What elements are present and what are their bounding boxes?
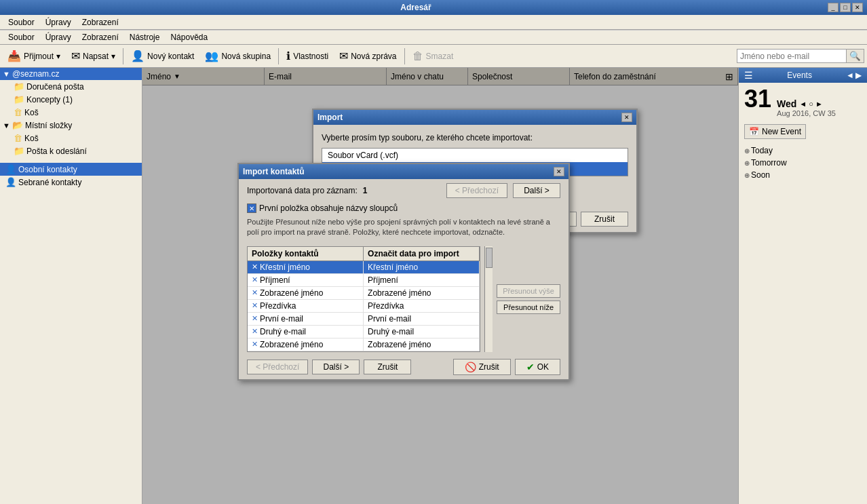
- inner-cancel-button[interactable]: Zrušit: [364, 360, 411, 374]
- date-weekday: Wed: [777, 98, 796, 109]
- smazat-icon: 🗑: [412, 50, 423, 62]
- mapping-cell-right-6: Zobrazené jméno: [364, 338, 480, 351]
- check-icon-5: ✕: [252, 327, 258, 336]
- prijmout-button[interactable]: 📥 Přijmout ▾: [3, 47, 65, 66]
- import-contacts-close[interactable]: ✕: [554, 167, 564, 176]
- menu2-upravy[interactable]: Úpravy: [40, 31, 77, 43]
- sidebar-item-koncepty[interactable]: 📁 Koncepty (1): [0, 93, 142, 106]
- move-buttons: Přesunout výše Přesunout níže: [497, 246, 560, 352]
- vlastnosti-button[interactable]: ℹ Vlastnosti: [282, 47, 333, 66]
- outbox-icon: 📁: [14, 146, 24, 156]
- sidebar-item-postak[interactable]: 📁 Pošta k odeslání: [0, 144, 142, 157]
- account-item[interactable]: ▼ @seznam.cz: [0, 68, 142, 80]
- import-cancel-button[interactable]: Zrušit: [581, 212, 628, 227]
- check-icon-3: ✕: [252, 301, 258, 310]
- date-nav-inline[interactable]: ◄ ○ ►: [799, 100, 823, 108]
- mapping-row-5[interactable]: ✕ Druhý e-mail Druhý e-mail: [248, 326, 480, 338]
- nova-skupina-icon: 👥: [205, 50, 218, 62]
- mapping-cell-left-1: ✕ Příjmení: [248, 274, 364, 286]
- mapping-row-1[interactable]: ✕ Příjmení Příjmení: [248, 274, 480, 287]
- nova-zprava-button[interactable]: ✉ Nová zpráva: [334, 47, 401, 66]
- title-bar-controls: _ □ ✕: [828, 3, 863, 12]
- prev-record-button[interactable]: < Předchozí: [446, 183, 507, 198]
- close-button[interactable]: ✕: [852, 3, 863, 12]
- mapping-row-2[interactable]: ✕ Zobrazené jméno Zobrazené jméno: [248, 287, 480, 300]
- maximize-button[interactable]: □: [840, 3, 851, 12]
- mapping-row-4[interactable]: ✕ První e-mail První e-mail: [248, 313, 480, 326]
- mapping-cell-left-2: ✕ Zobrazené jméno: [248, 287, 364, 299]
- menu-upravy[interactable]: Úpravy: [40, 16, 77, 28]
- folder-icon-2: 📁: [14, 94, 24, 104]
- checkbox-row[interactable]: ✕ První položka obsahuje názvy sloupců: [239, 202, 569, 214]
- folder-icon: 📁: [14, 81, 24, 92]
- smazat-button[interactable]: 🗑 Smazat: [408, 47, 459, 66]
- napsat-icon: ✉: [71, 50, 80, 62]
- checkbox-icon[interactable]: ✕: [247, 203, 256, 213]
- scroll-thumb[interactable]: [486, 248, 493, 268]
- import-contacts-dialog: Import kontaktů ✕ Importovaná data pro z…: [237, 163, 570, 381]
- soon-section[interactable]: ⊕ Soon: [744, 169, 862, 181]
- menu2-nastroje[interactable]: Nástroje: [124, 31, 166, 43]
- search-input[interactable]: [737, 50, 846, 62]
- date-display: 31 Wed ◄ ○ ► Aug 2016, CW 35: [739, 83, 867, 121]
- novy-kontakt-button[interactable]: 👤 Nový kontakt: [126, 47, 199, 66]
- cal-next-button[interactable]: ▶: [855, 71, 862, 80]
- description-text: Použijte Přesunout níže nebo výše pro sp…: [239, 214, 569, 244]
- new-event-button[interactable]: 📅 New Event: [744, 124, 806, 139]
- sidebar-item-dorucena[interactable]: 📁 Doručená pošta: [0, 80, 142, 93]
- mapping-table: Položky kontaktů Označit data pro import…: [247, 246, 480, 352]
- account-label: @seznam.cz: [12, 69, 60, 79]
- hamburger-icon[interactable]: ☰: [744, 70, 753, 81]
- zrusit-button[interactable]: 🚫 Zrušit: [453, 359, 511, 375]
- sidebar-item-mistni[interactable]: ▼ 📂 Místní složky: [0, 119, 142, 132]
- mapping-cell-right-5: Druhý e-mail: [364, 326, 480, 338]
- menu2-soubor[interactable]: Soubor: [3, 31, 40, 43]
- menu2-napoveda[interactable]: Nápověda: [165, 31, 213, 43]
- contact-icon-2: 👤: [5, 177, 16, 187]
- today-section[interactable]: ⊕ Today: [744, 144, 862, 157]
- file-type-vcard[interactable]: Soubor vCard (.vcf): [322, 149, 628, 162]
- mapping-row-3[interactable]: ✕ Přezdívka Přezdívka: [248, 300, 480, 313]
- mapping-row-6[interactable]: ✕ Zobrazené jméno Zobrazené jméno: [248, 338, 480, 351]
- nova-skupina-button[interactable]: 👥 Nová skupina: [200, 47, 275, 66]
- main-layout: ▼ @seznam.cz 📁 Doručená pošta 📁 Koncepty…: [0, 68, 867, 504]
- inner-prev-button[interactable]: < Předchozí: [247, 360, 308, 374]
- tomorrow-section[interactable]: ⊕ Tomorrow: [744, 157, 862, 169]
- mapping-cell-right-2: Zobrazené jméno: [364, 287, 480, 299]
- mapping-cell-left-0: ✕ Křestní jméno: [248, 261, 364, 273]
- sidebar-item-sebrane[interactable]: 👤 Sebrané kontakty: [0, 176, 142, 189]
- separator-2: [278, 48, 279, 64]
- sidebar-item-kos2[interactable]: 🗑 Koš: [0, 132, 142, 144]
- contact-icon: 👤: [5, 164, 16, 174]
- menu2-zobrazeni[interactable]: Zobrazení: [77, 31, 124, 43]
- today-expand-icon: ⊕: [744, 147, 750, 155]
- inner-next-button[interactable]: Další >: [312, 360, 360, 374]
- mapping-row-0[interactable]: ✕ Křestní jméno Křestní jméno: [248, 261, 480, 274]
- mapping-scrollbar[interactable]: [484, 246, 493, 352]
- mapping-cell-right-4: První e-mail: [364, 313, 480, 325]
- napsat-button[interactable]: ✉ Napsat ▾: [66, 47, 120, 66]
- import-contacts-title: Import kontaktů: [243, 167, 305, 176]
- col-header-items: Položky kontaktů: [248, 247, 364, 260]
- move-down-button[interactable]: Přesunout níže: [497, 301, 560, 314]
- import-dialog-close[interactable]: ✕: [621, 113, 632, 122]
- novy-kontakt-icon: 👤: [131, 50, 144, 62]
- calendar-nav: ◄ ▶: [846, 71, 862, 80]
- next-record-button[interactable]: Další >: [513, 183, 560, 198]
- account-icon: ▼: [3, 70, 10, 78]
- ok-button[interactable]: ✔ OK: [515, 359, 560, 375]
- minimize-button[interactable]: _: [828, 3, 839, 12]
- search-button[interactable]: 🔍: [846, 50, 864, 62]
- mapping-cell-right-3: Přezdívka: [364, 300, 480, 312]
- weekday-row: Wed ◄ ○ ►: [777, 98, 836, 109]
- cal-prev-button[interactable]: ◄: [846, 71, 854, 80]
- menu-zobrazeni[interactable]: Zobrazení: [77, 16, 124, 28]
- soon-expand-icon: ⊕: [744, 172, 750, 179]
- move-up-button[interactable]: Přesunout výše: [497, 284, 560, 298]
- mapping-table-header: Položky kontaktů Označit data pro import: [248, 247, 480, 261]
- sidebar-item-osobni[interactable]: 👤 Osobní kontakty: [0, 163, 142, 176]
- prijmout-icon: 📥: [7, 50, 21, 62]
- menu-soubor[interactable]: Soubor: [3, 16, 40, 28]
- tomorrow-expand-icon: ⊕: [744, 159, 750, 167]
- sidebar-item-kos[interactable]: 🗑 Koš: [0, 106, 142, 119]
